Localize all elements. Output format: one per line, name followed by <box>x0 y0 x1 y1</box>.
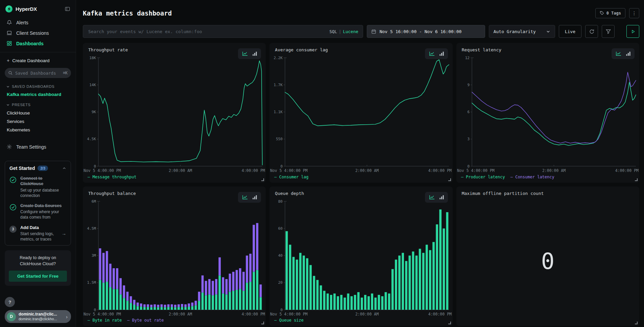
bar-chart-icon[interactable] <box>439 195 444 200</box>
saved-dashboards-section-header[interactable]: SAVED DASHBOARDS <box>5 82 71 91</box>
panel-resize-handle[interactable] <box>261 178 264 181</box>
refresh-icon <box>589 29 595 34</box>
svg-text:1.5M: 1.5M <box>87 280 96 285</box>
svg-text:550: 550 <box>276 137 283 142</box>
preset-services[interactable]: Services <box>5 117 71 126</box>
toggle-separator: | <box>337 29 343 34</box>
panel-resize-handle[interactable] <box>261 322 264 324</box>
step-title: Create Data Sources <box>20 203 66 208</box>
sidebar-item-dashboards[interactable]: Dashboards <box>5 38 71 49</box>
legend-item[interactable]: — Producer latency <box>461 175 505 179</box>
panel-resize-handle[interactable] <box>448 322 451 324</box>
check-circle-icon <box>9 203 17 220</box>
svg-text:9: 9 <box>467 83 470 87</box>
svg-text:20: 20 <box>278 280 283 285</box>
bar-chart-icon[interactable] <box>626 51 631 56</box>
line-chart-icon[interactable] <box>242 195 248 200</box>
chevron-down-icon <box>6 85 10 89</box>
legend-item[interactable]: — Byte out rate <box>127 318 164 323</box>
check-circle-icon <box>9 176 17 198</box>
run-query-button[interactable] <box>626 25 639 38</box>
chart-canvas[interactable]: 18K14K9K4.5K0Nov 5 4:00:00 PM2:00:00 AM4… <box>83 53 266 174</box>
sidebar-collapse-icon[interactable] <box>65 6 70 12</box>
chevron-up-icon[interactable] <box>62 166 66 170</box>
line-chart-icon[interactable] <box>242 51 248 56</box>
legend-item[interactable]: — Byte in rate <box>88 318 122 323</box>
chart-toolbar <box>425 192 448 203</box>
bar-chart-icon[interactable] <box>252 195 257 200</box>
granularity-select[interactable]: Auto Granularity <box>489 25 555 38</box>
panel-queue-depth: Queue depth 806040200Nov 5 4:00:00 PM2:0… <box>269 186 452 326</box>
sidebar-item-alerts[interactable]: Alerts <box>5 17 71 28</box>
get-started-step[interactable]: 3 Add Data Start sending logs, metrics, … <box>9 225 66 242</box>
legend-item[interactable]: — Message throughput <box>88 175 137 179</box>
refresh-button[interactable] <box>585 25 598 38</box>
more-options-button[interactable]: ⋮ <box>629 8 639 18</box>
saved-dashboards-search[interactable]: Saved Dashboards ⌘K <box>5 68 71 78</box>
tags-button[interactable]: 0 Tags <box>595 8 625 18</box>
step-number-circle: 3 <box>9 225 17 242</box>
get-started-step[interactable]: Connect to ClickHouse Set up your databa… <box>9 176 66 198</box>
granularity-value: Auto Granularity <box>494 29 536 34</box>
page-title: Kafka metrics dashboard <box>83 9 592 17</box>
create-dashboard-button[interactable]: + Create Dashboard <box>5 56 71 67</box>
legend-item[interactable]: — Consumer latency <box>510 175 554 179</box>
chart-canvas[interactable]: 2.2K1.7K1.1K5500Nov 5 4:00:00 PM2:00:00 … <box>269 53 452 174</box>
chart-canvas[interactable]: 6M4.5M3M1.5M0Nov 5 4:00:00 PM2:00:00 AM4… <box>83 197 266 317</box>
query-language-toggle[interactable]: SQL|Lucene <box>329 29 358 34</box>
get-started-free-button[interactable]: Get Started for Free <box>9 271 67 282</box>
chart-canvas[interactable]: 806040200Nov 5 4:00:00 PM2:00:00 AM4:00:… <box>269 197 452 317</box>
search-placeholder: Saved Dashboards <box>15 71 61 76</box>
chart-toolbar <box>612 48 635 59</box>
app-root: HyperDX Alerts Client Sessions Dashboard… <box>0 0 644 327</box>
deploy-text-line1: Ready to deploy on <box>9 255 67 261</box>
get-started-step[interactable]: Create Data Sources Configure where your… <box>9 203 66 220</box>
line-chart-icon[interactable] <box>429 195 435 200</box>
panel-resize-handle[interactable] <box>448 178 451 181</box>
user-menu[interactable]: D dominic.tran@clic... dominic.tran@clic… <box>5 310 71 323</box>
chart-legend: — Message throughput <box>83 174 266 183</box>
get-started-header[interactable]: Get Started 2/3 <box>9 166 66 171</box>
panel-max-offline-partition-count: Maximum offline partition count 0 <box>456 186 639 326</box>
svg-text:2.2K: 2.2K <box>274 56 283 60</box>
sidebar-item-label: Client Sessions <box>16 30 49 36</box>
sidebar-item-kafka-dashboard[interactable]: Kafka metrics dashboard <box>5 91 71 100</box>
preset-kubernetes[interactable]: Kubernetes <box>5 126 71 134</box>
chart-toolbar <box>238 48 261 59</box>
arrow-right-icon: → <box>62 231 66 236</box>
gear-icon <box>6 144 12 150</box>
help-button[interactable]: ? <box>5 297 15 307</box>
search-input[interactable] <box>88 29 326 34</box>
user-name: dominic.tran@clic... <box>19 312 63 317</box>
panel-resize-handle[interactable] <box>635 178 638 181</box>
section-label: SAVED DASHBOARDS <box>12 84 54 89</box>
panel-throughput-balance: Throughput balance 6M4.5M3M1.5M0Nov 5 4:… <box>83 186 266 326</box>
lucene-toggle[interactable]: Lucene <box>343 29 358 34</box>
sql-toggle[interactable]: SQL <box>329 29 337 34</box>
line-chart-icon[interactable] <box>615 51 622 56</box>
step-title: Add Data <box>20 225 58 230</box>
date-range-picker[interactable]: Nov 5 16:00:00 - Nov 6 16:00:00 <box>367 25 485 38</box>
panel-resize-handle[interactable] <box>635 322 638 324</box>
filter-button[interactable] <box>602 25 615 38</box>
bar-chart-icon[interactable] <box>439 51 444 56</box>
svg-text:4:00:00 PM: 4:00:00 PM <box>615 168 638 173</box>
tags-label: 0 Tags <box>606 11 621 16</box>
svg-text:2:00:00 AM: 2:00:00 AM <box>355 312 379 317</box>
chart-svg: 2.2K1.7K1.1K5500Nov 5 4:00:00 PM2:00:00 … <box>269 53 452 174</box>
bar-chart-icon[interactable] <box>252 51 257 56</box>
sidebar-item-client-sessions[interactable]: Client Sessions <box>5 28 71 38</box>
presets-section-header[interactable]: PRESETS <box>5 100 71 109</box>
svg-text:2:00:00 AM: 2:00:00 AM <box>169 168 192 173</box>
legend-item[interactable]: — Consumer lag <box>274 175 308 179</box>
line-chart-icon[interactable] <box>429 51 435 56</box>
chart-canvas[interactable]: 129630Nov 5 4:00:00 PM2:00:00 AM4:00:00 … <box>456 53 639 174</box>
svg-text:4:00:00 PM: 4:00:00 PM <box>428 312 452 317</box>
legend-item[interactable]: — Queue size <box>274 318 304 323</box>
sidebar-item-team-settings[interactable]: Team Settings <box>5 142 71 152</box>
step-desc: Set up your database connection <box>20 187 66 198</box>
preset-clickhouse[interactable]: ClickHouse <box>5 109 71 117</box>
svg-text:12: 12 <box>465 56 469 60</box>
live-button[interactable]: Live <box>559 25 581 38</box>
event-search-box[interactable]: SQL|Lucene <box>83 25 363 38</box>
